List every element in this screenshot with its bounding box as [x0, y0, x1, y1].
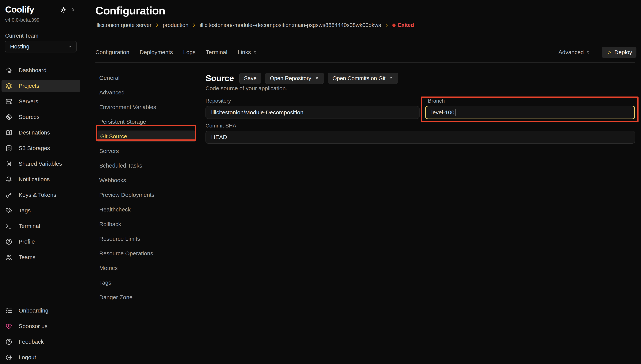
- database-icon: [5, 145, 12, 152]
- config-nav-label: Persistent Storage: [98, 116, 195, 128]
- open-commits-label: Open Commits on Git: [332, 75, 385, 82]
- app-logo[interactable]: Coolify: [5, 4, 34, 15]
- advanced-dropdown[interactable]: Advanced: [558, 49, 591, 56]
- config-nav-label: Healthcheck: [98, 204, 195, 216]
- tags-icon: [5, 207, 12, 214]
- sidebar-item-label: Servers: [19, 98, 38, 105]
- git-fork-icon: [5, 114, 12, 121]
- config-nav-scheduled-tasks[interactable]: Scheduled Tasks: [98, 160, 195, 174]
- chevrons-up-down-icon: [253, 50, 258, 55]
- help-circle-icon: [5, 338, 12, 346]
- save-label: Save: [244, 75, 257, 82]
- sidebar-item-label: Projects: [19, 83, 39, 89]
- sidebar-item-sponsor-us[interactable]: Sponsor us: [0, 320, 83, 334]
- sidebar-item-label: Onboarding: [19, 308, 49, 314]
- commit-sha-value: HEAD: [211, 134, 227, 140]
- config-nav-resource-limits[interactable]: Resource Limits: [98, 233, 195, 246]
- config-section-nav: GeneralAdvancedEnvironment VariablesPers…: [98, 71, 195, 305]
- arrow-up-right-icon: [389, 76, 393, 80]
- tab-label: Terminal: [206, 49, 227, 56]
- branch-input[interactable]: level-100: [425, 106, 635, 119]
- breadcrumb-item-2[interactable]: production: [163, 22, 188, 28]
- commit-sha-input[interactable]: HEAD: [206, 131, 635, 144]
- config-nav-advanced[interactable]: Advanced: [98, 87, 195, 100]
- save-button[interactable]: Save: [239, 73, 261, 84]
- help-circle-icon: [5, 338, 12, 346]
- config-nav-servers[interactable]: Servers: [98, 145, 195, 159]
- sidebar-item-servers[interactable]: Servers: [0, 95, 83, 110]
- config-nav-webhooks[interactable]: Webhooks: [98, 174, 195, 188]
- config-nav-metrics[interactable]: Metrics: [98, 262, 195, 276]
- sidebar-item-notifications[interactable]: Notifications: [0, 173, 83, 188]
- chevron-right-icon: [384, 22, 389, 28]
- arrow-up-right-icon: [315, 76, 319, 80]
- users-icon: [5, 254, 12, 261]
- main-content: Configuration illicitonion quote serverp…: [84, 0, 641, 364]
- home-icon: [5, 67, 12, 74]
- config-nav-label: Git Source: [98, 130, 195, 142]
- sidebar-item-terminal[interactable]: Terminal: [0, 220, 83, 234]
- config-nav-environment-variables[interactable]: Environment Variables: [98, 101, 195, 115]
- status-badge: Exited: [392, 22, 414, 28]
- sidebar-item-s3-storages[interactable]: S3 Storages: [0, 142, 83, 156]
- config-nav-label: Rollback: [98, 218, 195, 230]
- deploy-label: Deploy: [614, 49, 632, 56]
- sidebar-item-projects[interactable]: Projects: [0, 80, 83, 94]
- variable-icon: [5, 160, 12, 167]
- key-icon: [5, 192, 12, 198]
- config-nav-rollback[interactable]: Rollback: [98, 218, 195, 232]
- sidebar-item-sources[interactable]: Sources: [0, 111, 83, 126]
- sidebar-item-tags[interactable]: Tags: [0, 204, 83, 219]
- config-nav-tags[interactable]: Tags: [98, 277, 195, 290]
- config-nav-preview-deployments[interactable]: Preview Deployments: [98, 189, 195, 203]
- sidebar-item-logout[interactable]: Logout: [0, 351, 83, 364]
- map-icon: [5, 129, 12, 136]
- list-checks-icon: [5, 307, 12, 314]
- config-nav-git-source[interactable]: Git Source: [98, 130, 195, 144]
- sidebar-item-feedback[interactable]: Feedback: [0, 336, 83, 350]
- git-fork-icon: [5, 114, 12, 121]
- breadcrumb-item-3[interactable]: illicitestonion/-module--decomposition:m…: [200, 22, 381, 28]
- log-out-icon: [5, 354, 12, 361]
- sidebar-item-keys-tokens[interactable]: Keys & Tokens: [0, 189, 83, 203]
- tab-terminal[interactable]: Terminal: [206, 49, 227, 56]
- sidebar-item-label: S3 Storages: [19, 145, 50, 152]
- sidebar-item-label: Logout: [19, 354, 36, 360]
- tab-configuration[interactable]: Configuration: [96, 49, 129, 56]
- sidebar-item-label: Notifications: [19, 176, 50, 182]
- config-nav-label: Resource Operations: [98, 248, 195, 259]
- deploy-button[interactable]: Deploy: [602, 47, 636, 58]
- config-nav-persistent-storage[interactable]: Persistent Storage: [98, 116, 195, 130]
- theme-controls: [60, 6, 75, 13]
- config-nav-resource-operations[interactable]: Resource Operations: [98, 248, 195, 261]
- sidebar-item-shared-variables[interactable]: Shared Variables: [0, 158, 83, 172]
- sidebar-item-dashboard[interactable]: Dashboard: [0, 64, 83, 79]
- theme-sun-icon[interactable]: [60, 6, 67, 13]
- theme-selector-chevrons-icon[interactable]: [70, 7, 75, 12]
- source-description: Code source of your application.: [206, 85, 287, 92]
- tab-bar: ConfigurationDeploymentsLogsTerminalLink…: [96, 46, 258, 58]
- sidebar-item-profile[interactable]: Profile: [0, 236, 83, 250]
- map-icon: [5, 129, 12, 136]
- config-nav-danger-zone[interactable]: Danger Zone: [98, 292, 195, 305]
- team-select[interactable]: Hosting: [5, 41, 77, 52]
- log-out-icon: [5, 354, 12, 361]
- config-nav-healthcheck[interactable]: Healthcheck: [98, 204, 195, 217]
- tab-links[interactable]: Links: [238, 49, 258, 56]
- sidebar-item-label: Dashboard: [19, 67, 47, 74]
- breadcrumb-item-1[interactable]: illicitonion quote server: [96, 22, 152, 28]
- sidebar-nav: DashboardProjectsServersSourcesDestinati…: [0, 63, 83, 266]
- list-checks-icon: [5, 307, 12, 314]
- tab-logs[interactable]: Logs: [183, 49, 196, 56]
- sidebar-item-onboarding[interactable]: Onboarding: [0, 304, 83, 319]
- open-commits-button[interactable]: Open Commits on Git: [328, 73, 398, 84]
- tab-deployments[interactable]: Deployments: [140, 49, 173, 56]
- config-nav-label: Webhooks: [98, 174, 195, 186]
- sidebar-item-teams[interactable]: Teams: [0, 251, 83, 266]
- config-nav-general[interactable]: General: [98, 72, 195, 86]
- sidebar-item-destinations[interactable]: Destinations: [0, 126, 83, 141]
- repository-input[interactable]: illicitestonion/Module-Decomposition: [206, 106, 420, 119]
- heart-hands-icon: [5, 323, 12, 330]
- open-repository-button[interactable]: Open Repository: [265, 73, 324, 84]
- status-text: Exited: [398, 22, 414, 28]
